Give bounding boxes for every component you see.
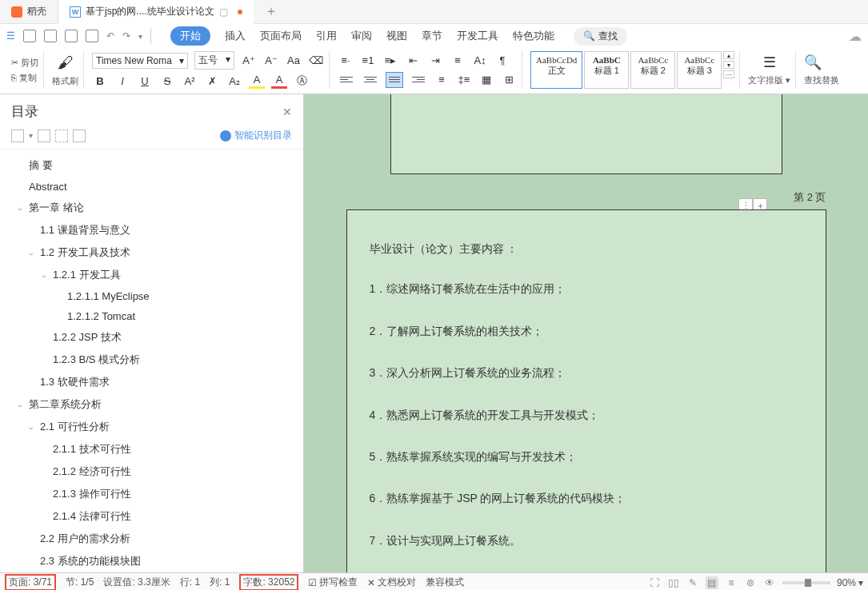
toc-item[interactable]: Abstract (0, 177, 303, 197)
toc-tool-3-icon[interactable] (55, 130, 68, 142)
style-h3[interactable]: AaBbCc标题 3 (677, 51, 722, 89)
tab-page-layout[interactable]: 页面布局 (260, 29, 302, 43)
clear-format-icon[interactable]: ⌫ (308, 53, 324, 69)
toc-item[interactable]: ⌵2.1 可行性分析 (0, 416, 303, 438)
font-color-icon[interactable]: A (271, 73, 287, 89)
format-painter-icon[interactable]: 🖌 (52, 54, 78, 72)
multilevel-icon[interactable]: ≡▸ (382, 53, 398, 69)
toc-item[interactable]: 2.1.1 技术可行性 (0, 438, 303, 460)
style-h1[interactable]: AaBbC标题 1 (584, 51, 629, 89)
toc-item[interactable]: ⌵第二章系统分析 (0, 393, 303, 416)
toc-item[interactable]: ⌵1.2.1 开发工具 (0, 264, 303, 286)
menu-icon[interactable]: ☰ (6, 30, 15, 42)
toc-item[interactable]: 1.2.3 B/S 模式分析 (0, 349, 303, 371)
style-normal[interactable]: AaBbCcDd正文 (530, 51, 582, 89)
style-icon[interactable]: Ⓐ (294, 73, 310, 89)
status-docproof[interactable]: ✕ 文档校对 (367, 576, 416, 589)
text-effect-icon[interactable]: ✗ (204, 73, 220, 89)
preview-icon[interactable] (86, 30, 98, 42)
print-icon[interactable] (65, 30, 78, 42)
smart-toc-button[interactable]: 智能识别目录 (220, 129, 292, 142)
status-section[interactable]: 节: 1/5 (66, 576, 94, 589)
toc-item[interactable]: ⌵第一章 绪论 (0, 197, 303, 219)
new-file-icon[interactable] (23, 30, 36, 42)
inc-indent-icon[interactable]: ⇥ (427, 53, 443, 69)
superscript-icon[interactable]: A² (182, 73, 198, 89)
status-words[interactable]: 字数: 32052 (239, 574, 298, 590)
toc-tool-2-icon[interactable] (38, 130, 50, 142)
qat-dropdown-icon[interactable]: ▾ (138, 32, 142, 41)
tab-special[interactable]: 特色功能 (513, 29, 554, 43)
text-layout-icon[interactable]: ☰ (763, 54, 776, 71)
cloud-sync-icon[interactable]: ☁ (849, 29, 862, 44)
toc-tool-4-icon[interactable] (73, 130, 86, 142)
web-layout-icon[interactable]: ≡ (725, 576, 738, 589)
read-mode-icon[interactable]: ▯▯ (667, 576, 680, 589)
font-family-select[interactable]: Times New Roma▾ (92, 53, 188, 69)
tab-devtools[interactable]: 开发工具 (457, 29, 498, 43)
toc-list[interactable]: 摘 要Abstract⌵第一章 绪论1.1 课题背景与意义⌵1.2 开发工具及技… (0, 149, 303, 572)
cut-button[interactable]: ✂ 剪切 (11, 57, 38, 69)
highlight-icon[interactable]: A (249, 73, 265, 89)
distribute-icon[interactable]: ≡ (434, 72, 450, 88)
underline-button[interactable]: U (137, 73, 153, 89)
redo-icon[interactable]: ↷ (122, 30, 130, 42)
toc-item[interactable]: 1.2.1.2 Tomcat (0, 306, 303, 326)
align-justify-button[interactable] (386, 72, 403, 88)
toc-item[interactable]: 2.1.4 法律可行性 (0, 505, 303, 528)
strike-button[interactable]: S (159, 73, 175, 89)
tab-review[interactable]: 审阅 (351, 29, 372, 43)
fullscreen-icon[interactable]: ⛶ (648, 576, 661, 589)
align-center-button[interactable] (362, 72, 379, 88)
change-case-icon[interactable]: Aa (286, 53, 302, 69)
styles-scroll[interactable]: ▴▾⋯ (723, 51, 734, 89)
toc-item[interactable]: 2.1.2 经济可行性 (0, 460, 303, 483)
italic-button[interactable]: I (114, 73, 130, 89)
dec-indent-icon[interactable]: ⇤ (405, 53, 421, 69)
tab-section[interactable]: 章节 (422, 29, 442, 43)
find-icon[interactable]: 🔍 (804, 54, 839, 71)
font-size-select[interactable]: 五号▾ (194, 51, 234, 70)
toc-item[interactable]: 1.2.2 JSP 技术 (0, 326, 303, 349)
subscript-icon[interactable]: A₂ (226, 73, 242, 89)
sort-icon[interactable]: A↕ (472, 53, 488, 69)
toc-item[interactable]: 1.3 软硬件需求 (0, 371, 303, 393)
bold-button[interactable]: B (92, 73, 108, 89)
tab-insert[interactable]: 插入 (225, 29, 246, 43)
copy-button[interactable]: ⎘ 复制 (11, 72, 38, 84)
edit-mode-icon[interactable]: ✎ (686, 576, 699, 589)
status-page[interactable]: 页面: 3/71 (5, 574, 56, 590)
tab-icon[interactable]: ≡ (450, 53, 466, 69)
toc-item[interactable]: 2.3 系统的功能模块图 (0, 550, 303, 572)
grow-font-icon[interactable]: A⁺ (241, 53, 257, 69)
status-spell[interactable]: ☑ 拼写检查 (308, 576, 358, 589)
align-right-button[interactable] (410, 72, 427, 88)
shading-icon[interactable]: ▦ (478, 72, 494, 88)
tab-start[interactable]: 开始 (170, 26, 210, 46)
new-tab-button[interactable]: ＋ (254, 3, 289, 20)
toc-item[interactable]: ⌵1.2 开发工具及技术 (0, 241, 303, 264)
border-icon[interactable]: ⊞ (501, 72, 517, 88)
toc-item[interactable]: 摘 要 (0, 154, 303, 177)
style-h2[interactable]: AaBbCc标题 2 (630, 51, 675, 89)
toc-tool-1-icon[interactable] (11, 130, 24, 142)
tab-view[interactable]: 视图 (386, 29, 407, 43)
line-spacing-icon[interactable]: ‡≡ (456, 72, 472, 88)
document-canvas[interactable]: ⋮ ＋ 第 2 页 毕业设计（论文）主要内容 ： 1．综述网络订餐系统在生活中的… (304, 94, 868, 572)
zoom-slider[interactable] (782, 581, 830, 584)
view-mode-icon[interactable]: ⊚ (744, 576, 757, 589)
zoom-value[interactable]: 90% ▾ (837, 577, 863, 588)
toc-item[interactable]: 2.2 用户的需求分析 (0, 528, 303, 550)
bullet-list-icon[interactable]: ≡· (338, 53, 354, 69)
tab-reference[interactable]: 引用 (316, 29, 337, 43)
outline-icon[interactable]: ▤ (706, 576, 718, 589)
toc-item[interactable]: 2.1.3 操作可行性 (0, 483, 303, 505)
toc-tool-drop-icon[interactable]: ▾ (29, 131, 33, 140)
save-icon[interactable] (44, 30, 57, 42)
align-left-button[interactable] (338, 72, 355, 88)
number-list-icon[interactable]: ≡1 (360, 53, 376, 69)
sidebar-close-icon[interactable]: ✕ (282, 106, 292, 118)
tab-document[interactable]: W 基于jsp的网....统毕业设计论文 ▢ (58, 0, 254, 24)
toc-item[interactable]: 1.1 课题背景与意义 (0, 219, 303, 241)
eye-icon[interactable]: 👁 (763, 576, 776, 589)
